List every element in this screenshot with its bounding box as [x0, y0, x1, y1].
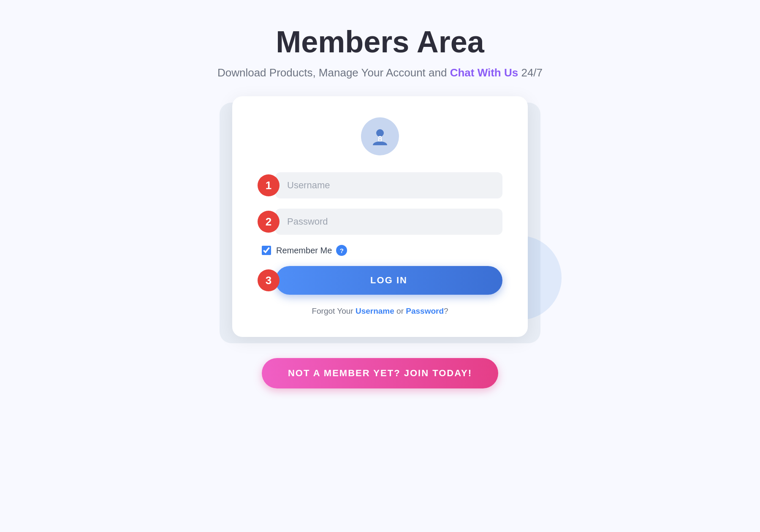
login-button[interactable]: LOG IN [275, 266, 502, 295]
forgot-password-text: Forgot Your Username or Password? [312, 307, 448, 316]
subtitle-text-after: 24/7 [521, 66, 543, 79]
forgot-or: or [396, 307, 404, 315]
forgot-prefix: Forgot Your [312, 307, 353, 315]
card-wrapper: 1 2 Remember Me ? 3 LOG IN Forgot Your U… [232, 96, 528, 337]
step-2-badge: 2 [258, 211, 280, 233]
remember-me-row: Remember Me ? [258, 245, 502, 256]
chat-with-us-link[interactable]: Chat With Us [450, 66, 518, 79]
subtitle-text-before: Download Products, Manage Your Account a… [217, 66, 447, 79]
forgot-username-link[interactable]: Username [356, 307, 394, 315]
forgot-password-link[interactable]: Password [406, 307, 444, 315]
login-card: 1 2 Remember Me ? 3 LOG IN Forgot Your U… [232, 96, 528, 337]
remember-me-checkbox[interactable] [262, 246, 271, 255]
user-avatar-icon [369, 126, 391, 147]
username-input[interactable] [275, 172, 502, 198]
login-button-row: 3 LOG IN [258, 266, 502, 295]
svg-point-0 [376, 129, 384, 137]
remember-me-label[interactable]: Remember Me [276, 246, 332, 255]
page-subtitle: Download Products, Manage Your Account a… [217, 66, 543, 79]
step-3-badge: 3 [258, 269, 280, 291]
forgot-suffix: ? [444, 307, 448, 315]
page-header: Members Area Download Products, Manage Y… [217, 25, 543, 79]
password-row: 2 [258, 209, 502, 235]
avatar [361, 117, 399, 155]
join-button[interactable]: NOT A MEMBER YET? JOIN TODAY! [262, 358, 498, 388]
help-icon[interactable]: ? [336, 245, 347, 256]
page-title: Members Area [217, 25, 543, 59]
step-1-badge: 1 [258, 174, 280, 196]
svg-point-2 [380, 139, 380, 140]
password-input[interactable] [275, 209, 502, 235]
username-row: 1 [258, 172, 502, 198]
